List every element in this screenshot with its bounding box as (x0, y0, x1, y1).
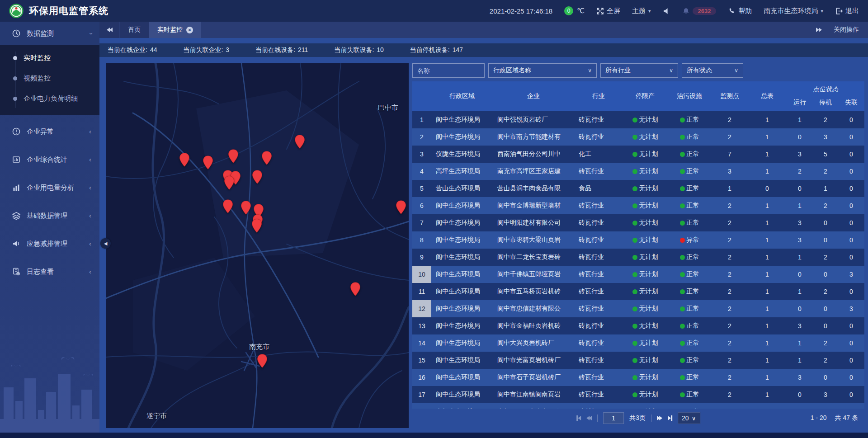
industry-filter-select[interactable]: 所有行业 ∨ (600, 63, 678, 78)
cell-run: 1 (787, 334, 813, 352)
name-filter-input[interactable] (412, 63, 485, 78)
cell-facility: 正常 (667, 334, 712, 352)
help-button[interactable]: 帮助 (728, 7, 752, 15)
cell-total: 1 (748, 231, 787, 249)
cell-run: 1 (787, 352, 813, 369)
status-dot (680, 255, 685, 260)
cell-limit: 无计划 (623, 231, 667, 249)
chevron-icon: ‹ (89, 155, 91, 163)
cell-industry: 建材加工 (574, 403, 623, 409)
map-pin[interactable] (396, 201, 406, 214)
map-pin[interactable] (262, 151, 272, 165)
sidebar-item-power-analysis[interactable]: 企业用电量分析‹ (0, 176, 99, 199)
cell-monitor: 7 (712, 146, 748, 163)
map-pin[interactable] (203, 156, 213, 170)
status-filter-select[interactable]: 所有状态 ∨ (682, 63, 743, 78)
table-row[interactable]: 17阆中生态环境局阆中市江南镇阆南页岩砖瓦行业无计划正常21030 (412, 386, 864, 403)
table-row[interactable]: 11阆中生态环境局阆中市五马桥页岩机砖砖瓦行业无计划正常21120 (412, 283, 864, 300)
table-row[interactable]: 10阆中生态环境局阆中千佛镇五郎垭页岩砖瓦行业无计划正常21003 (412, 266, 864, 283)
sidebar-item-company-abnormal[interactable]: 企业异常‹ (0, 120, 99, 143)
table-row[interactable]: 16阆中生态环境局阆中市石子页岩机砖厂砖瓦行业无计划正常21300 (412, 369, 864, 386)
cell-industry: 砖瓦行业 (574, 300, 623, 317)
bell-icon (682, 7, 690, 15)
theme-menu[interactable]: 主题 ▾ (632, 7, 651, 15)
map-pin[interactable] (241, 201, 251, 215)
map-pin[interactable] (223, 199, 233, 213)
table-row[interactable]: 12阆中生态环境局阆中市忠信建材有限公砖瓦行业无计划正常21003 (412, 300, 864, 317)
sidebar-subitem[interactable]: 实时监控 (0, 48, 99, 68)
map-pin[interactable] (224, 176, 234, 189)
table-row[interactable]: 9阆中生态环境局阆中市二龙长宝页岩砖砖瓦行业无计划正常21120 (412, 249, 864, 266)
window-footer (0, 433, 868, 438)
map-pin[interactable] (350, 283, 360, 296)
fullscreen-button[interactable]: 全屏 (596, 7, 620, 15)
table-row[interactable]: 7阆中生态环境局阆中明阳建材有限公司砖瓦行业无计划正常21300 (412, 214, 864, 231)
cell-run: 0 (787, 128, 813, 146)
sidebar-item-emergency[interactable]: 应急减排管理‹ (0, 232, 99, 255)
cell-industry: 砖瓦行业 (574, 334, 623, 352)
status-dot (680, 324, 685, 329)
speaker-icon (663, 7, 670, 15)
cell-facility: 正常 (667, 128, 712, 146)
tab-1[interactable]: 实时监控× (149, 22, 201, 38)
region-filter-select[interactable]: 行政区域名称 ∨ (488, 63, 597, 78)
map-panel[interactable]: 巴中市南充市遂宁市 ◀ (106, 63, 409, 428)
cell-limit: 无计划 (623, 352, 667, 369)
tabs-scroll-left-button[interactable] (99, 22, 119, 38)
tab-close-icon[interactable]: × (186, 27, 193, 33)
cell-region: 高坪生态环境局 (431, 163, 493, 180)
logout-button[interactable]: 退出 (835, 7, 859, 15)
page-number-input[interactable] (603, 412, 624, 424)
cell-lost: 0 (838, 334, 864, 352)
cell-lost: 0 (838, 111, 864, 128)
cell-stop: 5 (813, 146, 838, 163)
sound-button[interactable] (663, 7, 670, 15)
page-size-select[interactable]: 20 ∨ (678, 412, 700, 424)
col-lost: 失联 (838, 94, 864, 111)
table-row[interactable]: 8阆中生态环境局阆中市枣碧大梁山页岩砖瓦行业无计划异常21300 (412, 231, 864, 249)
pagination-bar: 共3页 20 ∨ 1 - 20 共 47 条 (412, 409, 864, 428)
cell-company: 阆中市光富页岩机砖厂 (493, 352, 574, 369)
map-pin[interactable] (295, 135, 305, 149)
map-pin[interactable] (228, 149, 238, 163)
app-window: 环保用电监管系统 2021-02-25 17:46:18 0 ℃ 全屏 主题 ▾ (0, 0, 868, 438)
tab-0[interactable]: 首页 (120, 22, 149, 38)
table-row[interactable]: 3仪陇生态环境局西南油气田分公司川中化工无计划正常71350 (412, 146, 864, 163)
map-pin[interactable] (252, 219, 262, 232)
sidebar-item-logs[interactable]: 日志查看‹ (0, 260, 99, 283)
sidebar-item-data-monitor[interactable]: 数据监测‹ (0, 22, 99, 45)
cell-run: 2 (787, 163, 813, 180)
cell-limit: 无计划 (623, 403, 667, 409)
next-page-button[interactable] (657, 416, 662, 420)
tabs-scroll-right-button[interactable] (816, 28, 822, 32)
table-row[interactable]: 2阆中生态环境局阆中市南方节能建材有砖瓦行业无计划正常21030 (412, 128, 864, 146)
first-page-button[interactable] (576, 415, 581, 421)
prev-page-button[interactable] (586, 416, 592, 420)
notification-area[interactable]: 2632 (682, 7, 717, 15)
cell-lost: 0 (838, 403, 864, 409)
table-row[interactable]: 5营山生态环境局营山县润丰肉食品有限食品无计划正常10010 (412, 180, 864, 197)
map-pin[interactable] (257, 354, 267, 368)
cell-total: 1 (748, 300, 787, 317)
table-row[interactable]: 4高坪生态环境局南充市高坪区王家店建砖瓦行业无计划正常31220 (412, 163, 864, 180)
chevron-down-icon: ▾ (821, 8, 823, 14)
table-row[interactable]: 15阆中生态环境局阆中市光富页岩机砖厂砖瓦行业无计划正常21120 (412, 352, 864, 369)
last-page-button[interactable] (668, 415, 672, 421)
table-row[interactable]: 6阆中生态环境局阆中市金博瑞新型墙材砖瓦行业无计划正常21120 (412, 197, 864, 214)
map-pin[interactable] (179, 153, 189, 166)
org-menu[interactable]: 南充市生态环境局 ▾ (764, 7, 823, 15)
sidebar-item-base-data[interactable]: 基础数据管理‹ (0, 204, 99, 227)
table-row[interactable]: 13阆中生态环境局阆中市金福旺页岩机砖砖瓦行业无计划正常21300 (412, 317, 864, 334)
sidebar-item-company-stats[interactable]: 企业综合统计‹ (0, 148, 99, 171)
table-row[interactable]: 1阆中生态环境局阆中强锐页岩砖厂砖瓦行业无计划正常21120 (412, 111, 864, 128)
table-row[interactable]: 14阆中生态环境局阆中大兴页岩机砖厂砖瓦行业无计划正常21120 (412, 334, 864, 352)
close-operations-button[interactable]: 关闭操作 (834, 26, 859, 34)
cell-lost: 0 (838, 369, 864, 386)
sidebar-subitem[interactable]: 视频监控 (0, 68, 99, 89)
sidebar-subitem[interactable]: 企业电力负荷明细 (0, 89, 99, 109)
cell-limit: 无计划 (623, 386, 667, 403)
map-pin[interactable] (252, 170, 262, 184)
table-row[interactable]: 18南部生态环境局南部县砚化土陶有限公建材加工无计划正常60050 (412, 403, 864, 409)
chevron-down-icon: ▾ (648, 8, 651, 14)
cell-region: 阆中生态环境局 (431, 334, 493, 352)
